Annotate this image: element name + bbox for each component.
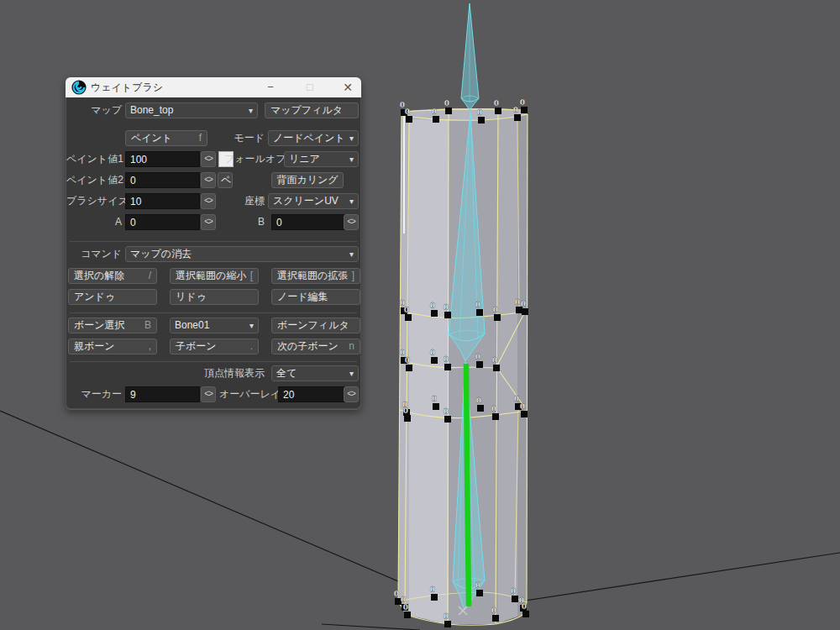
- svg-text:0: 0: [515, 298, 520, 307]
- dialog-titlebar[interactable]: ウェイトブラシ − □ ✕: [66, 77, 361, 97]
- paint-value2-stepper[interactable]: <>: [201, 172, 216, 188]
- a-input[interactable]: [125, 214, 200, 230]
- paint-value1-stepper[interactable]: <>: [201, 151, 216, 167]
- metasequoia-weight-brush-screen: { "dialog": { "title": "ウェイトブラシ", "windo…: [0, 0, 840, 630]
- separator: [70, 361, 357, 362]
- paint-button[interactable]: ペイント f: [125, 130, 207, 146]
- brush-size-input[interactable]: [125, 193, 200, 209]
- command-dropdown[interactable]: マップの消去 ▾: [125, 246, 359, 262]
- svg-text:0: 0: [430, 302, 435, 310]
- paint-value2-input[interactable]: [125, 172, 200, 188]
- brush-size-stepper[interactable]: <>: [201, 193, 216, 209]
- axis-line-bottom: [322, 624, 420, 630]
- svg-text:0: 0: [475, 581, 480, 590]
- svg-text:0: 0: [430, 585, 435, 594]
- svg-text:0: 0: [491, 606, 496, 615]
- panel-button-アンドゥ[interactable]: アンドゥ: [68, 289, 157, 305]
- svg-text:0: 0: [494, 99, 499, 108]
- falloff-label: フォールオフ: [224, 151, 281, 167]
- axis-line-left: [0, 411, 463, 609]
- svg-text:0: 0: [513, 106, 518, 114]
- svg-text:0: 0: [444, 407, 449, 416]
- vertex-marker[interactable]: 0: [522, 602, 529, 617]
- svg-text:0: 0: [403, 603, 408, 612]
- b-label: B: [238, 214, 265, 230]
- marker-stepper[interactable]: <>: [201, 386, 216, 402]
- bone-nav-button-row: 親ボーン,子ボーン.次の子ボーンn: [68, 339, 360, 354]
- maximize-button[interactable]: □: [299, 80, 321, 95]
- svg-text:0: 0: [493, 306, 498, 314]
- weight-brush-app-icon: [71, 80, 87, 95]
- selected-bone-axis: [466, 364, 469, 606]
- map-filter-button[interactable]: マップフィルタ: [265, 102, 359, 118]
- svg-text:0: 0: [444, 99, 449, 108]
- mode-dropdown[interactable]: ノードペイント ▾: [268, 130, 359, 146]
- panel-button-選択の解除[interactable]: 選択の解除/: [68, 268, 157, 284]
- falloff-dropdown[interactable]: リニア ▾: [284, 151, 359, 167]
- marker-input[interactable]: [125, 386, 200, 402]
- chevron-down-icon: ▾: [249, 318, 254, 333]
- paint-value1-label: ペイント値1: [66, 151, 122, 167]
- svg-text:0: 0: [521, 300, 526, 308]
- svg-text:0: 0: [403, 407, 408, 415]
- close-button[interactable]: ✕: [337, 80, 359, 95]
- coord-label: 座標: [233, 193, 265, 209]
- bone-filter-button[interactable]: ボーンフィルタ: [271, 318, 360, 333]
- b-stepper[interactable]: <>: [344, 214, 359, 230]
- bone-dropdown[interactable]: Bone01 ▾: [170, 318, 259, 333]
- svg-text:0: 0: [476, 396, 481, 405]
- vertex-marker[interactable]: 0: [520, 98, 528, 113]
- chevron-down-icon: ▾: [349, 131, 354, 145]
- overlay-input[interactable]: [278, 386, 345, 402]
- svg-text:0: 0: [430, 349, 435, 357]
- bone-top-spike: [461, 3, 479, 110]
- selection-button-row: 選択の解除/選択範囲の縮小[選択範囲の拡張]: [68, 268, 360, 284]
- panel-button-選択範囲の拡張[interactable]: 選択範囲の拡張]: [271, 268, 360, 284]
- panel-button-ノード編集[interactable]: ノード編集: [271, 289, 360, 305]
- svg-text:0: 0: [514, 395, 519, 403]
- overlay-label: オーバーレイ: [219, 386, 275, 402]
- panel-button-親ボーン[interactable]: 親ボーン,: [68, 339, 157, 354]
- a-label: A: [66, 214, 122, 230]
- paint-value1-input[interactable]: [125, 151, 200, 167]
- a-stepper[interactable]: <>: [201, 214, 216, 230]
- b-input[interactable]: [271, 214, 345, 230]
- command-label: コマンド: [66, 246, 122, 262]
- vertex-marker[interactable]: 0: [444, 99, 452, 114]
- separator: [70, 312, 357, 313]
- vertex-info-label: 頂点情報表示: [192, 365, 265, 381]
- svg-text:0: 0: [444, 355, 449, 364]
- weight-brush-dialog: ウェイトブラシ − □ ✕ マップ Bone_top ▾ マップフィルタ ペイン…: [66, 77, 361, 410]
- svg-text:0: 0: [477, 108, 482, 117]
- map-dropdown[interactable]: Bone_top ▾: [125, 102, 258, 118]
- chevron-down-icon: ▾: [349, 366, 354, 381]
- svg-text:0: 0: [491, 405, 496, 413]
- paint-value2-mini-button[interactable]: ペ: [218, 172, 233, 188]
- svg-text:0: 0: [404, 306, 409, 314]
- marker-label: マーカー: [66, 386, 122, 402]
- panel-button-子ボーン[interactable]: 子ボーン.: [170, 339, 259, 354]
- backface-culling-button[interactable]: 背面カリング: [271, 172, 344, 188]
- bone-select-button[interactable]: ボーン選択 B: [68, 318, 157, 333]
- svg-text:0: 0: [405, 108, 410, 116]
- svg-text:0: 0: [475, 301, 480, 309]
- map-label: マップ: [66, 102, 122, 118]
- svg-text:0: 0: [520, 402, 525, 411]
- coord-dropdown[interactable]: スクリーンUV ▾: [268, 193, 359, 209]
- panel-button-選択範囲の縮小[interactable]: 選択範囲の縮小[: [170, 268, 259, 284]
- overlay-stepper[interactable]: <>: [344, 386, 359, 402]
- chevron-down-icon: ▾: [349, 194, 354, 208]
- panel-button-次の子ボーン[interactable]: 次の子ボーンn: [271, 339, 360, 354]
- svg-text:0: 0: [511, 587, 516, 596]
- panel-button-リドゥ[interactable]: リドゥ: [170, 289, 259, 305]
- svg-text:0: 0: [475, 353, 480, 361]
- undo-button-row: アンドゥリドゥノード編集: [68, 289, 360, 305]
- svg-text:0: 0: [522, 602, 527, 611]
- dialog-body: マップ Bone_top ▾ マップフィルタ ペイント f モード ノードペイン…: [66, 97, 361, 409]
- minimize-button[interactable]: −: [260, 80, 281, 95]
- svg-text:0: 0: [432, 395, 437, 403]
- vertex-marker[interactable]: 0: [494, 99, 501, 114]
- vertex-info-dropdown[interactable]: 全て ▾: [271, 365, 359, 381]
- svg-text:0: 0: [444, 612, 449, 621]
- svg-text:0: 0: [492, 356, 497, 365]
